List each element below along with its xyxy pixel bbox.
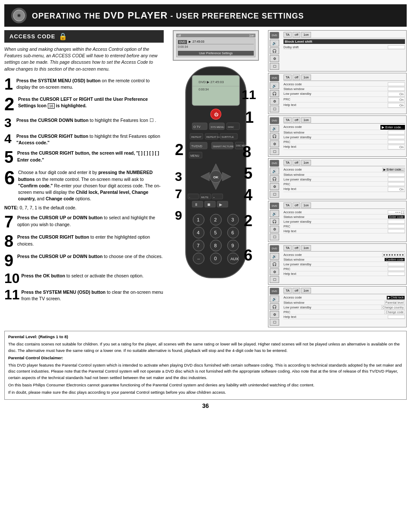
screen-4-row-2: Status window [283,172,405,177]
screen-5-row-4: PRC [283,224,405,229]
speaker-icon-4: 🔊 [270,168,279,174]
svg-text:1: 1 [197,217,199,222]
screen-5-row-5: Help text [283,229,405,233]
svg-text:DVD  ▶  27:45:03: DVD ▶ 27:45:03 [199,80,224,84]
headphone-icon-3: 🎧 [270,133,279,140]
headphone-icon-5: 🎧 [270,218,279,225]
step-number-6: 6 [4,168,16,187]
speaker-icon-5: 🔊 [270,210,279,217]
step-1-text: Press the SYSTEM MENU (OSD) button on th… [16,77,164,90]
steps-list: 1 Press the SYSTEM MENU (OSD) button on … [4,77,164,302]
box-icon-3: ☐ [270,148,279,155]
box-icon-6: ☐ [270,276,279,283]
screen-6-row-1: Access code ■ ■ ■ ■ ■ ■ ■ ■ [283,252,405,257]
bottom-notes: Parental Level: (Ratings 1 to 8) The dis… [4,331,407,400]
screen-3-row-3: Low power standby [283,135,405,140]
box-icon-7: ☐ [270,319,279,326]
step-number-7: 7 [4,214,16,230]
speaker-icon-7: 🔊 [270,296,279,302]
svg-text:OK: OK [213,175,218,179]
speaker-icon-3: 🔊 [270,125,279,132]
screen-4-row-5: Help text On [283,187,405,192]
svg-text:9: 9 [231,243,234,248]
settings-icon-3: ⚙ [270,140,279,147]
screen-5-row-2: Status window Enter code [283,215,405,219]
screen-4-header: TA off 1on [283,160,405,166]
screen-7-row-1: Access code ▶ Child lock [283,295,405,300]
step-number-9: 9 [4,252,16,269]
step-5-text: Press the CURSOR RIGHT button, the scree… [17,149,164,163]
middle-column: off1on DVD ▶ 27:45:03 0:00:34 User Prefe… [166,30,265,327]
svg-text:3: 3 [175,169,182,184]
svg-text:0:00:34: 0:00:34 [199,88,209,91]
svg-text:8: 8 [243,143,251,161]
screen-panel-4-icons: DVD 🔊 🎧 ⚙ ☐ [270,160,282,198]
section-header: Access Code 🔒 [4,30,164,43]
settings-icon-2: ⚙ [270,98,279,105]
parental-level-text: The disc contains scenes not suitable fo… [8,341,403,354]
top-screen-preview: off1on DVD ▶ 27:45:03 0:00:34 User Prefe… [173,30,259,61]
lock-icon: 🔒 [59,32,67,40]
step-8-text: Press the CURSOR RIGHT button to enter t… [17,233,164,247]
svg-point-2 [18,15,20,16]
svg-text:DISC: DISC [228,126,234,128]
screen-panel-6-icons: DVD 🔊 🎧 ⚙ ☐ [270,245,282,283]
screen-7-header: TA off 1on [283,288,405,294]
screen-3-row-1: Access code ▶ Enter code... [283,124,405,130]
screen-panel-7: DVD 🔊 🎧 ⚙ ☐ TA off 1on Access code ▶ Chi… [268,286,407,327]
step-8: 8 Press the CURSOR RIGHT button to enter… [4,233,164,249]
svg-text:⏸: ⏸ [194,202,198,207]
page-number: 36 [0,402,411,409]
settings-icon-6: ⚙ [270,268,279,275]
svg-text:8: 8 [214,243,217,248]
screen-7-row-5: Help text [283,314,405,319]
step-number-8: 8 [4,233,16,249]
screen-panel-6: DVD 🔊 🎧 ⚙ ☐ TA off 1on Access code ■ ■ ■… [268,243,407,285]
screen-5-row-3: Low power standby [283,219,405,224]
step-11: 11 Press the SYSTEM MENU (OSD) button to… [4,288,164,302]
step-7-text: Press the CURSOR UP or DOWN button to se… [17,214,164,227]
svg-text:⏻: ⏻ [214,112,218,117]
main-content: Access Code 🔒 When using and making chan… [4,30,407,327]
screen-2-row-2: Status window [283,87,405,91]
step-2-text: Press the CURSOR LEFT or RIGHT until the… [18,95,164,109]
svg-text:6: 6 [244,246,252,264]
screen-4-row-3: Low power standby [283,177,405,182]
dvd-icon-4: DVD [270,160,279,167]
step-11-text: Press the SYSTEM MENU (OSD) button to cl… [22,288,164,302]
svg-text:7: 7 [175,187,182,201]
svg-text:2: 2 [175,141,184,159]
screen-2-row-3: Low power standby On [283,91,405,97]
step-7: 7 Press the CURSOR UP or DOWN button to … [4,214,164,230]
remote-control: DVD ▶ 27:45:03 0:00:34 ⏻ O TV SYS MENU D… [173,62,259,286]
step-4-text: Press the CURSOR RIGHT button to highlig… [16,132,164,146]
step-3-text: Press the CURSOR DOWN button to highligh… [16,116,164,124]
screen-1-header: TA off 1on [283,32,405,38]
headphone-icon-4: 🎧 [270,175,279,182]
svg-text:AUX: AUX [230,257,239,261]
svg-text:-: - [189,196,190,199]
headphone-icon-1: 🎧 [270,47,279,54]
screen-2-row-1: Access code [283,82,405,87]
dvd-icon-7: DVD [270,288,279,295]
svg-text:--: -- [197,257,200,261]
svg-text:SMART PICTURE: SMART PICTURE [213,145,234,148]
page-title: Operating the DVD Player - User Preferen… [32,10,304,21]
settings-icon-4: ⚙ [270,183,279,190]
svg-text:SYS MENU: SYS MENU [211,126,224,128]
step-number-3: 3 [4,116,15,129]
screen-6-row-5: Help text [283,271,405,276]
svg-text:REPEAT: REPEAT [191,136,202,138]
screen-panel-5: DVD 🔊 🎧 ⚙ ☐ TA off 1on Access code • • •… [268,201,407,242]
svg-text:5: 5 [214,230,217,235]
screen-panel-2: DVD 🔊 🎧 ⚙ ☐ TA off 1on Access code Statu… [268,73,407,114]
step-10-text: Press the OK button to select or activat… [22,272,164,279]
screen-panel-5-content: TA off 1on Access code • • • [ ] Status … [283,202,405,240]
svg-text:REPEAT A-B: REPEAT A-B [206,136,221,138]
svg-text:O TV: O TV [193,125,201,128]
dvd-icon-6: DVD [270,245,279,252]
svg-text:9: 9 [175,208,182,222]
speaker-icon-1: 🔊 [270,40,279,47]
left-column: Access Code 🔒 When using and making chan… [4,30,164,327]
screen-panel-7-content: TA off 1on Access code ▶ Child lock Stat… [283,288,405,326]
